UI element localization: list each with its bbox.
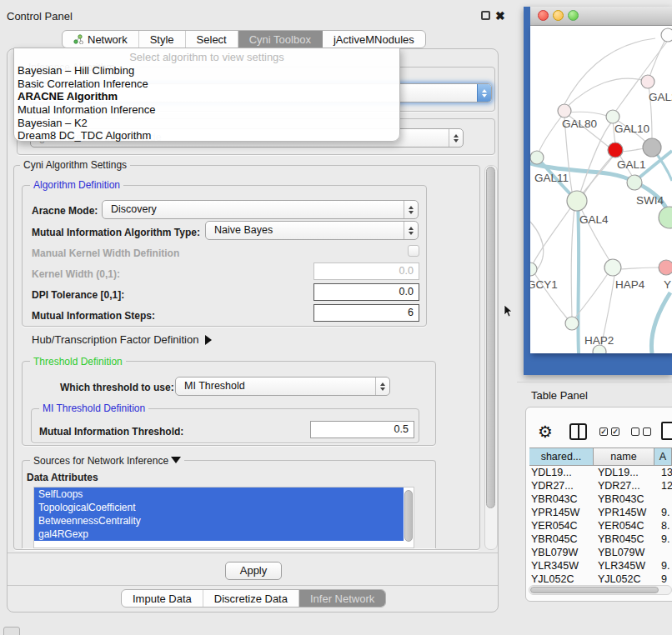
network-node-gal11[interactable] bbox=[530, 151, 544, 164]
tab-jactivemnodules[interactable]: jActiveMNodules bbox=[323, 31, 425, 48]
which-threshold-label: Which threshold to use: bbox=[60, 382, 174, 393]
network-edge[interactable] bbox=[619, 268, 659, 269]
hub-definition-toggle[interactable]: Hub/Transcription Factor Definition bbox=[32, 333, 212, 346]
network-node-gal2[interactable] bbox=[641, 75, 654, 88]
table-row[interactable]: YLR345WYLR345W9. bbox=[529, 560, 672, 573]
attribute-list-item[interactable]: TopologicalCoefficient bbox=[34, 501, 404, 514]
combo-spinner-icon[interactable] bbox=[477, 84, 491, 102]
bottom-tabs: Impute DataDiscretize DataInfer Network bbox=[121, 589, 386, 608]
zoom-window-icon[interactable] bbox=[568, 10, 579, 21]
aracne-mode-combo[interactable]: Discovery bbox=[102, 200, 419, 219]
dropdown-item-basic-correlation-inference[interactable]: Basic Correlation Inference bbox=[14, 78, 399, 91]
attributes-list-scrollbar[interactable] bbox=[404, 490, 413, 542]
table-cell: 8. bbox=[661, 520, 669, 532]
network-node[interactable] bbox=[593, 345, 606, 353]
select-all-checkboxes-icon[interactable]: ✓✓ bbox=[599, 428, 619, 436]
expanded-arrow-icon[interactable] bbox=[171, 457, 181, 463]
tab-infer-network[interactable]: Infer Network bbox=[299, 590, 385, 607]
manual-kernel-label: Manual Kernel Width Definition bbox=[32, 248, 179, 259]
export-table-icon[interactable] bbox=[661, 422, 672, 440]
minimized-panel-icon[interactable] bbox=[3, 627, 20, 635]
network-edge[interactable] bbox=[532, 206, 572, 266]
apply-button[interactable]: Apply bbox=[225, 562, 282, 580]
attribute-list-item[interactable]: BetweennessCentrality bbox=[34, 514, 404, 528]
close-window-icon[interactable] bbox=[538, 10, 549, 21]
combo-spinner-icon[interactable] bbox=[449, 129, 463, 147]
float-panel-icon[interactable] bbox=[481, 11, 490, 20]
network-edge[interactable] bbox=[571, 208, 574, 318]
table-column-header-shared-[interactable]: shared... bbox=[529, 448, 594, 466]
close-panel-icon[interactable]: ✖ bbox=[495, 12, 505, 21]
dropdown-item-dream8-dc-tdc-algorithm[interactable]: Dream8 DC_TDC Algorithm bbox=[14, 129, 399, 142]
mi-threshold-field[interactable]: 0.5 bbox=[310, 421, 414, 438]
network-node-swi4[interactable] bbox=[627, 175, 642, 190]
network-node-gal80[interactable] bbox=[558, 104, 571, 118]
tab-network[interactable]: Network bbox=[63, 31, 139, 48]
combo-spinner-icon[interactable] bbox=[404, 201, 418, 218]
dropdown-prompt: Select algorithm to view settings bbox=[14, 50, 399, 64]
network-node[interactable] bbox=[659, 207, 672, 228]
network-node-gal4[interactable] bbox=[567, 191, 587, 211]
network-edge[interactable] bbox=[579, 122, 612, 195]
table-column-header-name[interactable]: name bbox=[594, 448, 654, 466]
network-node-hap2[interactable] bbox=[565, 317, 579, 330]
network-edge[interactable] bbox=[567, 112, 607, 116]
tab-cyni-toolbox[interactable]: Cyni Toolbox bbox=[238, 31, 323, 48]
table-row[interactable]: YBR043CYBR043C bbox=[529, 493, 672, 507]
network-edge[interactable] bbox=[578, 202, 579, 353]
manual-kernel-checkbox[interactable] bbox=[408, 245, 419, 257]
network-edge[interactable] bbox=[539, 116, 562, 152]
dropdown-item-bayesian-hill-climbing[interactable]: Bayesian – Hill Climbing bbox=[14, 64, 399, 78]
table-hscroll-thumb[interactable] bbox=[530, 587, 659, 593]
table-cell: YBR043C bbox=[531, 493, 578, 505]
dropdown-item-mutual-information-inference[interactable]: Mutual Information Inference bbox=[14, 103, 399, 117]
network-edge[interactable] bbox=[648, 37, 667, 82]
table-row[interactable]: YDR27...YDR27...12 bbox=[529, 480, 672, 493]
table-column-header-a[interactable]: A bbox=[654, 448, 672, 466]
table-row[interactable]: YDL19...YDL19...13 bbox=[529, 467, 672, 480]
table-settings-gear-icon[interactable]: ⚙ bbox=[538, 423, 553, 440]
table-row[interactable]: YPR145WYPR145W9. bbox=[529, 507, 672, 520]
network-node-y[interactable] bbox=[659, 260, 672, 275]
minimize-window-icon[interactable] bbox=[553, 10, 564, 21]
tab-select[interactable]: Select bbox=[186, 31, 238, 48]
collapsed-arrow-icon[interactable] bbox=[205, 335, 212, 345]
dpi-tolerance-field[interactable]: 0.0 bbox=[313, 283, 419, 301]
kernel-width-field[interactable]: 0.0 bbox=[313, 262, 419, 280]
network-canvas[interactable]: GAL2GAL80GAL10GAL1GAL11SWI4GAL4GCY1HAP4Y… bbox=[530, 26, 672, 353]
which-threshold-combo[interactable]: MI Threshold bbox=[175, 377, 390, 396]
table-row[interactable]: YBR045CYBR045C9. bbox=[529, 533, 672, 547]
network-node-hap4[interactable] bbox=[604, 259, 621, 276]
network-edge[interactable] bbox=[651, 292, 670, 353]
table-row[interactable]: YBL079WYBL079W bbox=[529, 547, 672, 560]
data-attributes-label: Data Attributes bbox=[27, 472, 98, 483]
network-node-gcy1[interactable] bbox=[530, 262, 537, 276]
network-node-gal1[interactable] bbox=[608, 142, 623, 158]
table-row[interactable]: YER054CYER054C8. bbox=[529, 520, 672, 533]
dropdown-item-bayesian-k2[interactable]: Bayesian – K2 bbox=[14, 117, 399, 130]
table-cell: YBL079W bbox=[531, 547, 578, 558]
attribute-list-item[interactable]: SelfLoops bbox=[34, 488, 404, 501]
table-row[interactable]: YJL052CYJL052C9 bbox=[529, 573, 672, 583]
combo-spinner-icon[interactable] bbox=[404, 222, 418, 239]
network-window-titlebar[interactable] bbox=[530, 7, 672, 26]
network-edge[interactable] bbox=[575, 272, 609, 318]
table-columns-icon[interactable] bbox=[569, 423, 587, 440]
attribute-list-item[interactable]: gal4RGexp bbox=[34, 528, 404, 541]
network-edge[interactable] bbox=[621, 148, 644, 152]
network-edge[interactable] bbox=[564, 38, 655, 104]
settings-scrollbar-thumb[interactable] bbox=[486, 167, 495, 508]
tab-style[interactable]: Style bbox=[139, 31, 186, 48]
algorithm-definition-title: Algorithm Definition bbox=[30, 179, 123, 191]
dropdown-item-aracne-algorithm[interactable]: ARACNE Algorithm bbox=[14, 90, 399, 103]
network-node[interactable] bbox=[643, 138, 661, 157]
deselect-all-checkboxes-icon[interactable] bbox=[631, 428, 651, 436]
mi-type-combo[interactable]: Naive Bayes bbox=[205, 221, 419, 240]
mi-steps-field[interactable]: 6 bbox=[313, 304, 419, 322]
sources-group-toggle[interactable]: Sources for Network Inference bbox=[30, 455, 184, 467]
tab-impute-data[interactable]: Impute Data bbox=[122, 590, 203, 607]
network-node-gal10[interactable] bbox=[606, 110, 619, 123]
tab-discretize-data[interactable]: Discretize Data bbox=[203, 590, 299, 607]
network-node[interactable] bbox=[661, 28, 672, 42]
combo-spinner-icon[interactable] bbox=[375, 378, 389, 395]
